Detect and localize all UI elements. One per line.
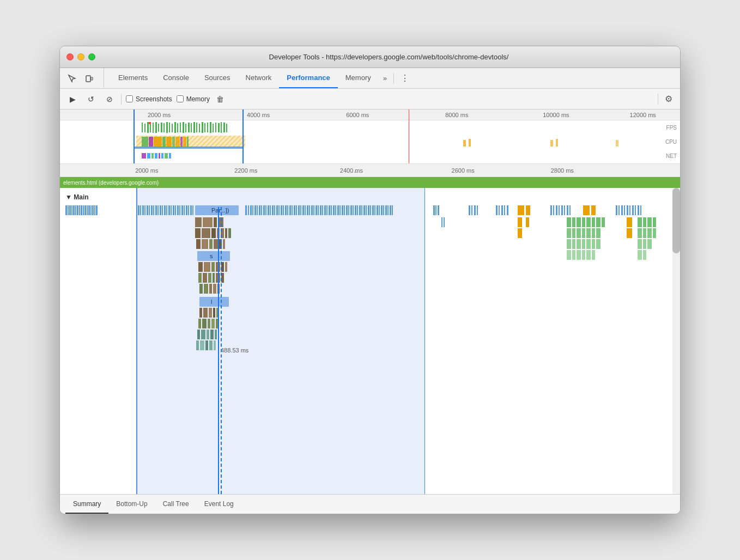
tab-more-button[interactable]: » [379, 68, 391, 88]
svg-rect-41 [162, 137, 166, 147]
svg-rect-96 [177, 205, 179, 215]
svg-rect-270 [526, 217, 529, 227]
svg-rect-246 [199, 308, 202, 318]
svg-rect-268 [444, 217, 445, 227]
svg-rect-103 [192, 205, 193, 215]
svg-rect-113 [263, 205, 265, 215]
svg-rect-38 [142, 137, 148, 147]
screenshots-checkbox[interactable] [126, 95, 133, 102]
svg-rect-188 [553, 205, 554, 215]
flame-chart[interactable]: ▼ Main [60, 188, 680, 494]
tab-summary[interactable]: Summary [65, 495, 108, 514]
svg-rect-114 [265, 205, 266, 215]
tab-performance[interactable]: Performance [279, 68, 337, 88]
gear-button[interactable]: ⚙ [663, 92, 675, 106]
device-toggle-icon[interactable] [82, 71, 97, 86]
overview-panel[interactable]: 2000 ms 4000 ms 6000 ms 8000 ms 10000 ms… [60, 109, 680, 164]
tab-network[interactable]: Network [238, 68, 280, 88]
svg-rect-253 [208, 319, 210, 328]
svg-text:s: s [210, 253, 213, 259]
svg-rect-192 [564, 205, 565, 215]
svg-rect-10 [163, 123, 165, 132]
svg-rect-311 [638, 250, 642, 260]
reload-button[interactable]: ↺ [84, 92, 98, 106]
svg-rect-278 [596, 217, 601, 227]
svg-rect-162 [370, 205, 371, 215]
devtools-icons [64, 68, 104, 88]
tab-sources[interactable]: Sources [197, 68, 238, 88]
svg-rect-101 [188, 205, 189, 215]
minimize-button[interactable] [77, 53, 84, 60]
svg-rect-133 [307, 205, 308, 215]
svg-rect-267 [441, 217, 442, 227]
svg-rect-280 [567, 228, 571, 238]
svg-rect-163 [372, 205, 374, 215]
svg-rect-67 [77, 205, 78, 215]
svg-rect-149 [342, 205, 343, 215]
timeline-area: 2000 ms 4000 ms 6000 ms 8000 ms 10000 ms… [60, 109, 680, 514]
svg-rect-217 [225, 228, 227, 238]
record-button[interactable]: ▶ [65, 92, 80, 106]
svg-rect-164 [374, 205, 375, 215]
svg-rect-169 [385, 205, 387, 215]
svg-rect-269 [518, 217, 522, 227]
close-button[interactable] [66, 53, 74, 60]
svg-rect-72 [87, 205, 88, 215]
tab-memory[interactable]: Memory [338, 68, 379, 88]
svg-rect-11 [166, 122, 168, 133]
tab-console[interactable]: Console [155, 68, 197, 88]
svg-rect-155 [355, 205, 356, 215]
tab-elements[interactable]: Elements [111, 68, 155, 88]
svg-rect-175 [438, 205, 439, 215]
svg-rect-249 [213, 308, 215, 318]
scrollbar-thumb[interactable] [672, 188, 680, 253]
svg-rect-87 [157, 205, 159, 215]
svg-rect-304 [638, 228, 642, 238]
svg-rect-157 [359, 205, 361, 215]
svg-rect-185 [518, 205, 524, 215]
svg-rect-24 [202, 122, 203, 133]
svg-rect-119 [276, 205, 278, 215]
svg-rect-4 [147, 122, 149, 133]
svg-rect-65 [73, 205, 75, 215]
svg-rect-148 [339, 205, 341, 215]
svg-rect-178 [474, 205, 476, 215]
inspect-icon[interactable] [64, 71, 80, 86]
svg-rect-139 [320, 205, 322, 215]
svg-rect-78 [138, 205, 139, 215]
clear-button[interactable]: ⊘ [102, 92, 117, 106]
svg-rect-291 [586, 239, 591, 249]
cpu-row: CPU [60, 135, 680, 149]
ctrl-divider-2 [658, 94, 658, 105]
tab-menu-button[interactable]: ⋮ [396, 68, 414, 88]
svg-rect-306 [647, 228, 652, 238]
memory-checkbox-label[interactable]: Memory [177, 95, 210, 103]
svg-rect-187 [550, 205, 552, 215]
scrollbar[interactable] [672, 188, 680, 494]
svg-rect-32 [223, 123, 225, 132]
svg-rect-95 [175, 205, 176, 215]
svg-rect-12 [169, 123, 170, 132]
trash-button[interactable]: 🗑 [214, 93, 226, 106]
tab-bottom-up[interactable]: Bottom-Up [108, 495, 155, 514]
tab-event-log[interactable]: Event Log [197, 495, 241, 514]
svg-rect-174 [435, 205, 436, 215]
svg-rect-182 [501, 205, 503, 215]
svg-rect-76 [94, 205, 95, 215]
svg-rect-143 [329, 205, 330, 215]
svg-rect-15 [177, 123, 178, 132]
svg-rect-171 [390, 205, 391, 215]
svg-rect-82 [147, 205, 148, 215]
screenshots-checkbox-label[interactable]: Screenshots [126, 95, 172, 103]
svg-rect-20 [191, 123, 192, 132]
flame-mark-2000: 2000 ms [135, 167, 158, 174]
memory-checkbox[interactable] [177, 95, 184, 102]
svg-rect-224 [223, 239, 225, 249]
svg-rect-237 [208, 273, 211, 283]
svg-rect-92 [168, 205, 170, 215]
svg-rect-79 [140, 205, 141, 215]
svg-rect-71 [84, 205, 86, 215]
maximize-button[interactable] [88, 53, 95, 60]
svg-rect-90 [164, 205, 166, 215]
tab-call-tree[interactable]: Call Tree [155, 495, 197, 514]
